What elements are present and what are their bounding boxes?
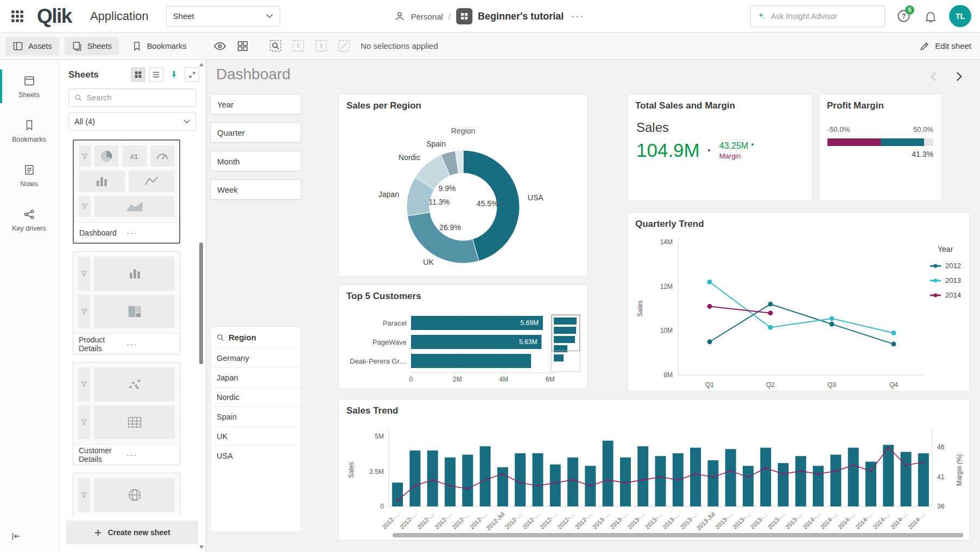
sheet-more-menu-button[interactable]: ··· bbox=[127, 450, 174, 459]
svg-text:Region: Region bbox=[451, 126, 475, 135]
search-selections-icon bbox=[269, 39, 282, 53]
bar-chart-body[interactable]: 02M4M6MParacel5.69MPageWave5.63MDeak-Per… bbox=[339, 304, 587, 388]
pin-panel-button[interactable] bbox=[167, 67, 181, 82]
kpi-margin-value: 43.25M bbox=[719, 141, 748, 150]
svg-text:2013: 2013 bbox=[945, 276, 961, 284]
horizontal-scrollbar[interactable] bbox=[393, 533, 963, 537]
svg-text:5.63M: 5.63M bbox=[519, 338, 537, 346]
previous-sheet-button[interactable] bbox=[927, 69, 941, 84]
combo-chart-body[interactable]: 02.5M5M364146SalesMargin (%)2012-…2012-…… bbox=[339, 419, 969, 540]
app-more-menu-button[interactable]: ··· bbox=[569, 11, 586, 22]
clear-selections-button[interactable] bbox=[334, 36, 353, 56]
svg-text:46: 46 bbox=[937, 443, 945, 451]
sales-per-region-chart[interactable]: Sales per Region Region45.5%USA26.9%UK11… bbox=[338, 94, 588, 277]
app-title[interactable]: Beginner's tutorial bbox=[478, 11, 564, 22]
sheets-panel-title: Sheets bbox=[68, 69, 128, 80]
person-icon bbox=[394, 10, 406, 22]
step-back-button[interactable] bbox=[288, 36, 308, 56]
smart-search-button[interactable] bbox=[265, 36, 285, 56]
notifications-button[interactable] bbox=[922, 8, 939, 25]
left-nav-key-drivers[interactable]: Key drivers bbox=[0, 201, 58, 239]
sheet-more-menu-button[interactable]: ··· bbox=[127, 228, 174, 237]
sheets-label: Sheets bbox=[87, 42, 112, 50]
grid-view-button[interactable] bbox=[131, 67, 146, 82]
left-nav-bookmarks[interactable]: Bookmarks bbox=[0, 112, 58, 150]
chevron-down-icon bbox=[184, 119, 190, 124]
show-hide-charts-button[interactable] bbox=[210, 36, 230, 56]
sales-trend-chart[interactable]: Sales Trend 02.5M5M364146SalesMargin (%)… bbox=[338, 399, 970, 541]
sheet-selector-dropdown[interactable]: Sheet bbox=[166, 6, 280, 27]
svg-text:UK: UK bbox=[423, 258, 434, 267]
expand-panel-button[interactable] bbox=[185, 67, 199, 82]
svg-text:Nordic: Nordic bbox=[399, 153, 420, 162]
total-sales-margin-kpi[interactable]: Total Sales and Margin Sales 104.9M · 43… bbox=[627, 94, 812, 201]
bookmarks-label: Bookmarks bbox=[147, 42, 187, 50]
scrollbar-thumb[interactable] bbox=[199, 243, 203, 364]
profit-margin-gauge[interactable]: Profit Margin -50.0%50.0%41.3% bbox=[819, 94, 942, 201]
svg-text:2014-…: 2014-… bbox=[907, 511, 926, 530]
insight-advisor-input[interactable] bbox=[771, 12, 879, 21]
region-option[interactable]: USA bbox=[211, 446, 301, 465]
region-option[interactable]: Germany bbox=[211, 348, 301, 367]
donut-chart-body[interactable]: Region45.5%USA26.9%UK11.3%Japan9.9%Nordi… bbox=[339, 114, 587, 276]
left-nav-notes[interactable]: Notes bbox=[0, 156, 58, 194]
region-option[interactable]: Nordic bbox=[211, 387, 301, 407]
sheet-more-menu-button[interactable]: ··· bbox=[127, 339, 174, 348]
help-button[interactable]: ? 5 bbox=[895, 8, 912, 25]
quarterly-trend-chart[interactable]: Quarterly Trend 8M10M12M14MQ1Q2Q3Q4Sales… bbox=[627, 212, 970, 391]
sheets-scrollbar[interactable] bbox=[199, 63, 204, 549]
sheet-card[interactable]: Customer Details··· bbox=[73, 362, 180, 465]
sheet-card[interactable] bbox=[73, 473, 180, 515]
filter-quarter-button[interactable]: Quarter bbox=[210, 122, 301, 143]
sheets-filter-value: All (4) bbox=[74, 117, 95, 126]
scroll-up-arrow[interactable] bbox=[199, 63, 204, 66]
next-sheet-button[interactable] bbox=[952, 69, 966, 84]
app-breadcrumb: Personal / Beginner's tutorial ··· bbox=[394, 0, 587, 33]
svg-text:6M: 6M bbox=[546, 376, 555, 383]
svg-text:Sales: Sales bbox=[347, 462, 355, 478]
left-nav-sheets[interactable]: Sheets bbox=[0, 67, 58, 105]
scroll-down-arrow[interactable] bbox=[199, 545, 204, 549]
sheets-button[interactable]: Sheets bbox=[65, 37, 119, 55]
svg-text:2014-…: 2014-… bbox=[889, 511, 909, 530]
sheets-filter-dropdown[interactable]: All (4) bbox=[68, 112, 196, 131]
sheets-stack-icon bbox=[72, 41, 83, 52]
top5-customers-chart[interactable]: Top 5 Customers 02M4M6MParacel5.69MPageW… bbox=[338, 284, 588, 389]
filter-week-button[interactable]: Week bbox=[210, 179, 301, 200]
clear-selections-icon bbox=[337, 39, 351, 53]
svg-text:2013-…: 2013-… bbox=[626, 511, 646, 530]
edit-sheet-button[interactable]: Edit sheet bbox=[919, 41, 971, 52]
chart-minimap-scrollbar[interactable] bbox=[551, 314, 580, 372]
line-chart-body[interactable]: 8M10M12M14MQ1Q2Q3Q4SalesYear201220132014 bbox=[628, 232, 969, 390]
grid-apps-icon bbox=[10, 9, 24, 23]
sheet-title: Dashboard bbox=[216, 66, 290, 83]
bookmarks-button[interactable]: Bookmarks bbox=[124, 37, 194, 55]
app-launcher-button[interactable] bbox=[7, 5, 28, 27]
chart-title: Sales per Region bbox=[339, 94, 587, 111]
sheets-search-input[interactable] bbox=[86, 93, 190, 102]
list-view-button[interactable] bbox=[149, 67, 163, 82]
layout-options-button[interactable] bbox=[233, 36, 252, 56]
notes-icon bbox=[23, 163, 36, 176]
region-filterpane: Region Germany Japan Nordic Spain UK USA bbox=[210, 326, 301, 532]
filter-year-button[interactable]: Year bbox=[210, 94, 301, 115]
personal-space-label[interactable]: Personal bbox=[411, 12, 443, 21]
step-forward-button[interactable] bbox=[311, 36, 331, 56]
user-avatar[interactable]: TL bbox=[949, 5, 971, 27]
assets-button[interactable]: Assets bbox=[5, 37, 59, 55]
svg-text:26.9%: 26.9% bbox=[439, 223, 461, 232]
region-option[interactable]: Spain bbox=[211, 407, 301, 426]
create-new-sheet-button[interactable]: Create new sheet bbox=[66, 521, 198, 544]
sheets-search[interactable] bbox=[68, 88, 196, 107]
region-filter-header[interactable]: Region bbox=[211, 327, 301, 348]
collapse-panel-button[interactable] bbox=[0, 530, 22, 552]
filter-month-button[interactable]: Month bbox=[210, 151, 301, 172]
region-option[interactable]: UK bbox=[211, 426, 301, 446]
sheet-card[interactable]: Product Details··· bbox=[73, 251, 180, 354]
bars-icon bbox=[79, 170, 125, 192]
chart-title: Top 5 Customers bbox=[339, 285, 587, 302]
svg-text:USA: USA bbox=[528, 193, 543, 202]
region-option[interactable]: Japan bbox=[211, 367, 301, 387]
insight-advisor-search[interactable] bbox=[750, 5, 885, 27]
sheet-card[interactable]: #1Dashboard··· bbox=[73, 139, 180, 244]
